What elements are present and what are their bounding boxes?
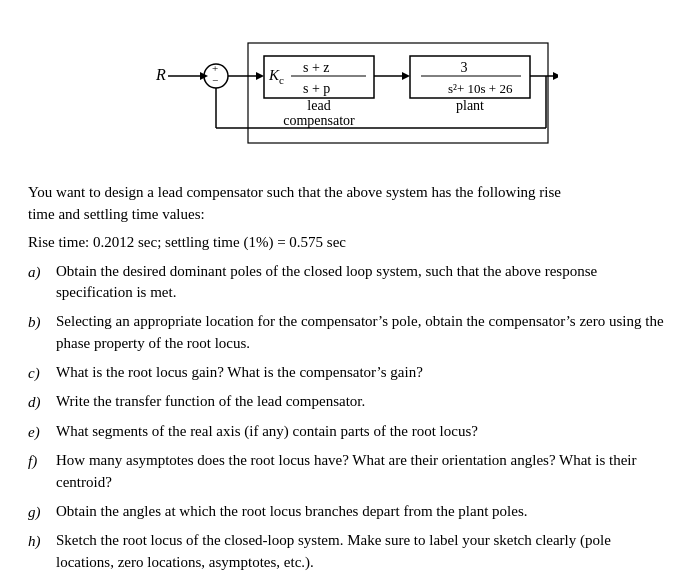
question-c: c) What is the root locus gain? What is … [28, 362, 668, 385]
svg-marker-6 [256, 72, 264, 80]
q-label-b: b) [28, 311, 56, 334]
q-text-g: Obtain the angles at which the root locu… [56, 501, 668, 523]
q-label-d: d) [28, 391, 56, 414]
q-label-h: h) [28, 530, 56, 553]
r-label: R [155, 66, 166, 83]
question-e: e) What segments of the real axis (if an… [28, 421, 668, 444]
svg-text:s + z: s + z [303, 60, 330, 75]
q-label-a: a) [28, 261, 56, 284]
rise-time-line: Rise time: 0.2012 sec; settling time (1%… [28, 234, 668, 251]
question-f: f) How many asymptotes does the root loc… [28, 450, 668, 494]
q-text-f: How many asymptotes does the root locus … [56, 450, 668, 494]
svg-text:−: − [212, 74, 218, 86]
question-a: a) Obtain the desired dominant poles of … [28, 261, 668, 305]
questions-list: a) Obtain the desired dominant poles of … [28, 261, 668, 574]
q-label-f: f) [28, 450, 56, 473]
intro-line2: time and settling time values: [28, 206, 205, 222]
svg-text:c: c [279, 74, 284, 86]
svg-text:lead: lead [307, 98, 330, 113]
q-text-h: Sketch the root locus of the closed-loop… [56, 530, 668, 574]
svg-text:plant: plant [456, 98, 484, 113]
q-text-a: Obtain the desired dominant poles of the… [56, 261, 668, 305]
q-text-d: Write the transfer function of the lead … [56, 391, 668, 413]
block-diagram: R + − K c s + z s + p 3 s²+ 10s + 26 [28, 18, 668, 164]
svg-text:compensator: compensator [283, 113, 355, 128]
svg-text:s²+ 10s + 26: s²+ 10s + 26 [448, 81, 513, 96]
question-h: h) Sketch the root locus of the closed-l… [28, 530, 668, 574]
intro-paragraph: You want to design a lead compensator su… [28, 182, 668, 226]
question-b: b) Selecting an appropriate location for… [28, 311, 668, 355]
svg-marker-14 [402, 72, 410, 80]
q-label-c: c) [28, 362, 56, 385]
q-label-e: e) [28, 421, 56, 444]
q-text-c: What is the root locus gain? What is the… [56, 362, 668, 384]
svg-text:+: + [212, 62, 218, 74]
question-d: d) Write the transfer function of the le… [28, 391, 668, 414]
svg-text:3: 3 [461, 60, 468, 75]
svg-text:s + p: s + p [303, 81, 330, 96]
q-text-b: Selecting an appropriate location for th… [56, 311, 668, 355]
q-label-g: g) [28, 501, 56, 524]
q-text-e: What segments of the real axis (if any) … [56, 421, 668, 443]
question-g: g) Obtain the angles at which the root l… [28, 501, 668, 524]
intro-line1: You want to design a lead compensator su… [28, 184, 561, 200]
